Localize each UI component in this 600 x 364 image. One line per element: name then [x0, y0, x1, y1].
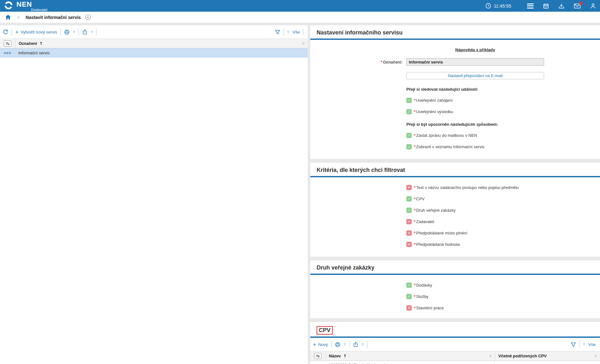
cpv-column-settings-button[interactable] [314, 353, 322, 359]
plus-icon: + [15, 29, 19, 35]
create-new-service-button[interactable]: + Vytvořit nový servis [15, 29, 57, 35]
toolbar-separator [12, 28, 12, 35]
checkbox-checked-icon[interactable]: ✓ [406, 133, 412, 138]
cpv-show-all-link[interactable]: Vše [588, 342, 596, 347]
printer-icon [335, 342, 341, 348]
checkbox-unchecked-icon[interactable]: ✕ [406, 305, 412, 311]
checkbox-unchecked-icon[interactable]: ✕ [406, 242, 412, 247]
criteria-item-hodnota: ✕ *Předpokládaná hodnota [406, 242, 600, 247]
downloads-button[interactable] [558, 3, 565, 9]
refresh-button[interactable] [3, 29, 9, 35]
toolbar-separator [96, 28, 97, 35]
cpv-print-options-dropdown[interactable]: ▽ [344, 343, 346, 346]
checkbox-unchecked-icon[interactable]: ✕ [406, 230, 412, 236]
criteria-section: Kritéria, dle kterých chci filtrovat ✕ *… [310, 163, 600, 257]
checkbox-checked-icon[interactable]: ✓ [406, 109, 412, 114]
checkbox-unchecked-icon[interactable]: ✕ [406, 185, 412, 190]
download-tray-icon [558, 3, 565, 9]
cpv-view-options-dropdown[interactable]: ▽ [583, 343, 585, 346]
unread-messages-badge [579, 2, 583, 5]
checkbox-checked-icon[interactable]: ✓ [406, 98, 412, 103]
checkbox-unchecked-icon[interactable]: ✕ [406, 219, 412, 224]
hamburger-icon [527, 3, 534, 9]
column-header-nazev[interactable]: Název ↑ ▽ [326, 351, 495, 361]
cpv-print-button[interactable] [335, 342, 341, 348]
notify-option-mailbox: ✓ *Zaslat zprávu do mailboxu v NEN [406, 133, 600, 138]
home-icon [5, 15, 11, 20]
app-name: NEN [16, 1, 47, 8]
cpv-table-row[interactable]: ooo 16000000-5 | Zemědělské stroje ✓ [310, 361, 600, 364]
cpv-export-options-dropdown[interactable]: ▽ [362, 343, 364, 346]
view-options-dropdown[interactable]: ▽ [287, 30, 289, 33]
contract-type-section: Druh veřejné zakázky ✓ *Dodávky ✓ *Služb… [310, 260, 600, 318]
top-bar: NEN Dodavatel 11:45:55 [0, 0, 600, 12]
help-with-examples-link[interactable]: Nápověda s příklady [455, 47, 495, 52]
checkbox-checked-icon[interactable]: ✓ [406, 196, 412, 202]
checkbox-checked-icon[interactable]: ✓ [406, 294, 412, 299]
show-all-link[interactable]: Vše [293, 30, 300, 34]
filter-funnel-icon [570, 342, 576, 348]
event-option-publication-result: ✓ *Uveřejnění výsledku [406, 109, 600, 114]
nen-logo-icon [4, 0, 13, 10]
calendar-icon [543, 3, 549, 9]
calendar-button[interactable] [543, 3, 549, 9]
notify-heading: Přeji si být upozorněn následujícím způs… [406, 122, 600, 127]
service-table-header: Označení ↑ ▽ [0, 39, 308, 48]
notify-option-list: ✓ *Zobrazit v seznamu Informační servis [406, 144, 600, 149]
home-button[interactable] [5, 15, 11, 20]
clock-icon [485, 3, 491, 9]
cpv-export-button[interactable] [353, 342, 359, 348]
nen-app-window: NEN Dodavatel 11:45:55 [0, 0, 600, 364]
sort-ascending-icon: ↑ [343, 354, 347, 358]
designation-input[interactable] [406, 58, 544, 66]
export-icon [353, 342, 359, 348]
cpv-row-name: 16000000-5 | Zemědělské stroje [325, 361, 495, 364]
section-rule [310, 176, 600, 177]
breadcrumb: › Nastavit informační servis ✕ [0, 12, 600, 23]
events-heading: Přeji si sledovat následující události: [406, 87, 600, 92]
event-option-publication-start: ✓ *Uveřejnění zahájení [406, 98, 600, 103]
print-options-dropdown[interactable]: ▽ [73, 30, 75, 33]
service-list-toolbar: + Vytvořit nový servis ▽ [0, 25, 308, 39]
service-list-panel: + Vytvořit nový servis ▽ [0, 25, 308, 364]
toolbar-separator [284, 28, 284, 35]
row-menu-icon[interactable]: ooo [4, 51, 11, 55]
criteria-item-cpv: ✓ *CPV [406, 196, 600, 202]
checkbox-checked-icon[interactable]: ✓ [406, 144, 412, 149]
nen-logo[interactable]: NEN Dodavatel [4, 0, 47, 12]
column-settings-button[interactable] [4, 40, 11, 46]
section-rule [310, 274, 600, 275]
user-profile-button[interactable] [590, 3, 596, 9]
close-tab-button[interactable]: ✕ [85, 15, 91, 20]
print-button[interactable] [64, 29, 70, 35]
cpv-new-button[interactable]: + Nový [313, 342, 328, 348]
cpv-filter-button[interactable] [570, 342, 576, 348]
toolbar-separator [78, 28, 79, 35]
column-filter-icon[interactable]: ▽ [595, 355, 597, 358]
settings-section-title: Nastavení informačního servisu [317, 29, 403, 36]
filter-button[interactable] [275, 29, 281, 35]
checkbox-checked-icon[interactable]: ✓ [406, 208, 412, 213]
service-table-row[interactable]: ooo Informační servis [0, 48, 308, 58]
column-filter-icon[interactable]: ▽ [302, 42, 305, 45]
main-menu-button[interactable] [527, 3, 534, 9]
sort-ascending-icon: ↑ [39, 41, 43, 46]
toolbar-separator [303, 28, 303, 35]
export-options-dropdown[interactable]: ▽ [91, 30, 93, 33]
required-marker: * [381, 60, 382, 64]
included-check-icon: ✓ [536, 362, 540, 364]
toolbar-separator [331, 341, 331, 348]
type-item-sluzby: ✓ *Služby [406, 294, 600, 299]
type-item-dodavky: ✓ *Dodávky [406, 282, 600, 288]
designation-label: *Označení: [310, 60, 403, 64]
column-header-vcetne[interactable]: Včetně podřízených CPV ▽ [495, 351, 600, 361]
messages-button[interactable] [574, 3, 581, 9]
column-header-oznaceni[interactable]: Označení ↑ ▽ [15, 39, 308, 48]
checkbox-checked-icon[interactable]: ✓ [406, 282, 412, 288]
criteria-item-druh: ✓ *Druh veřejné zakázky [406, 208, 600, 213]
column-filter-icon[interactable]: ▽ [489, 355, 492, 358]
setup-email-forwarding-button[interactable]: Nastavit přeposílání na E-mail [406, 72, 544, 79]
criteria-item-zadavatel: ✕ *Zadavatel [406, 219, 600, 224]
contract-type-section-title: Druh veřejné zakázky [317, 264, 374, 271]
export-button[interactable] [82, 29, 88, 35]
